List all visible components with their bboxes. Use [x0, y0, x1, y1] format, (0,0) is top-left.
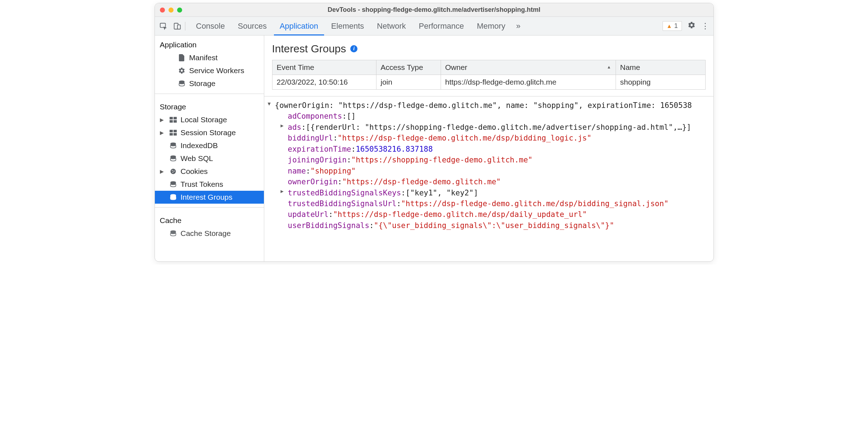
sidebar-item-cookies[interactable]: ▶ Cookies [155, 165, 264, 178]
json-value: "https://dsp-fledge-demo.glitch.me/dsp/b… [338, 133, 592, 143]
sidebar-item-cache-storage[interactable]: Cache Storage [155, 227, 264, 240]
col-owner[interactable]: Owner ▲ [441, 60, 616, 75]
zoom-window-button[interactable] [177, 8, 182, 13]
database-icon [169, 142, 177, 150]
panel-heading: Interest Groups [272, 43, 346, 55]
expand-icon [281, 133, 288, 143]
sidebar-item-label: Cache Storage [181, 229, 231, 238]
json-property[interactable]: joiningOrigin: "https://shopping-fledge-… [268, 155, 712, 165]
device-toolbar-icon[interactable] [173, 22, 181, 30]
tab-elements[interactable]: Elements [326, 17, 370, 35]
col-name[interactable]: Name [616, 60, 705, 75]
sidebar-item-label: Trust Tokens [181, 180, 223, 189]
svg-rect-11 [174, 133, 177, 136]
svg-rect-0 [160, 23, 165, 27]
svg-point-17 [172, 172, 173, 173]
tab-network[interactable]: Network [371, 17, 412, 35]
expand-icon [281, 144, 288, 155]
close-window-button[interactable] [160, 8, 165, 13]
json-value: "shopping" [310, 166, 356, 176]
json-property[interactable]: userBiddingSignals: "{\"user_bidding_sig… [268, 220, 712, 231]
sidebar-item-service-workers[interactable]: Service Workers [155, 64, 264, 77]
tabs-overflow-button[interactable]: » [512, 22, 524, 31]
json-property[interactable]: adComponents: [] [268, 111, 712, 122]
json-value: ["key1", "key2"] [405, 188, 478, 198]
json-property[interactable]: name: "shopping" [268, 166, 712, 176]
expand-icon [281, 155, 288, 165]
json-key: name [288, 166, 306, 176]
gear-icon [178, 67, 186, 75]
expand-icon[interactable]: ▶ [281, 122, 288, 133]
tab-sources[interactable]: Sources [232, 17, 272, 35]
minimize-window-button[interactable] [169, 8, 174, 13]
expand-icon [281, 176, 288, 187]
sidebar-item-manifest[interactable]: Manifest [155, 51, 264, 64]
expand-icon[interactable]: ▶ [281, 188, 288, 198]
warnings-badge[interactable]: ▲ 1 [663, 21, 682, 31]
expand-icon: ▶ [160, 117, 166, 123]
sidebar-item-label: Interest Groups [181, 193, 233, 202]
json-property[interactable]: biddingUrl: "https://dsp-fledge-demo.gli… [268, 133, 712, 143]
expand-icon [281, 111, 288, 122]
sidebar-item-storage[interactable]: Storage [155, 77, 264, 90]
sidebar-item-label: Storage [189, 79, 216, 88]
json-property[interactable]: expirationTime: 1650538216.837188 [268, 144, 712, 155]
sidebar-item-session-storage[interactable]: ▶ Session Storage [155, 126, 264, 139]
devtools-tabstrip: Console Sources Application Elements Net… [155, 17, 713, 35]
cell-event-time: 22/03/2022, 10:50:16 [272, 75, 376, 90]
sidebar-section-storage: Storage [155, 98, 264, 113]
json-key: joiningOrigin [288, 155, 347, 165]
json-value: [{renderUrl: "https://shopping-fledge-de… [306, 122, 691, 133]
window-controls [160, 8, 182, 13]
database-icon [169, 193, 177, 201]
table-row[interactable]: 22/03/2022, 10:50:16 join https://dsp-fl… [272, 75, 705, 90]
table-icon [169, 129, 177, 137]
tab-console[interactable]: Console [190, 17, 231, 35]
json-property[interactable]: trustedBiddingSignalsUrl: "https://dsp-f… [268, 198, 712, 209]
sidebar-item-local-storage[interactable]: ▶ Local Storage [155, 113, 264, 126]
database-icon [178, 80, 186, 87]
col-event-time[interactable]: Event Time [272, 60, 376, 75]
json-key: expirationTime [288, 144, 351, 155]
json-key: updateUrl [288, 209, 329, 220]
json-value: "https://shopping-fledge-demo.glitch.me" [351, 155, 533, 165]
collapse-icon[interactable]: ▼ [268, 100, 275, 111]
json-value: "{\"user_bidding_signals\":\"user_biddin… [374, 220, 614, 231]
window-title: DevTools - shopping-fledge-demo.glitch.m… [155, 6, 713, 14]
panel-body: Application Manifest Service Workers Sto… [155, 35, 713, 261]
svg-point-14 [170, 169, 176, 174]
inspect-element-icon[interactable] [159, 22, 168, 30]
sidebar-item-trust-tokens[interactable]: Trust Tokens [155, 178, 264, 191]
svg-rect-8 [170, 130, 173, 132]
json-header: {ownerOrigin: "https://dsp-fledge-demo.g… [275, 100, 692, 111]
json-property[interactable]: updateUrl: "https://dsp-fledge-demo.glit… [268, 209, 712, 220]
sidebar-item-label: Manifest [189, 53, 218, 62]
database-icon [169, 155, 177, 162]
sidebar-item-label: IndexedDB [181, 141, 218, 150]
expand-icon: ▶ [160, 169, 166, 174]
sidebar-item-interest-groups[interactable]: Interest Groups [155, 191, 264, 204]
json-property[interactable]: ▶ads: [{renderUrl: "https://shopping-fle… [268, 122, 712, 133]
cell-name: shopping [616, 75, 705, 90]
application-sidebar: Application Manifest Service Workers Sto… [155, 35, 264, 261]
svg-rect-6 [170, 120, 173, 123]
tab-performance[interactable]: Performance [413, 17, 470, 35]
json-property[interactable]: ownerOrigin: "https://dsp-fledge-demo.gl… [268, 176, 712, 187]
settings-button[interactable] [688, 21, 696, 31]
sidebar-item-indexeddb[interactable]: IndexedDB [155, 139, 264, 152]
warning-icon: ▲ [667, 23, 672, 29]
json-root[interactable]: ▼ {ownerOrigin: "https://dsp-fledge-demo… [268, 100, 712, 111]
col-access-type[interactable]: Access Type [376, 60, 441, 75]
tab-application[interactable]: Application [274, 17, 324, 35]
interest-groups-table: Event Time Access Type Owner ▲ Name 22/0… [272, 60, 706, 90]
title-bar: DevTools - shopping-fledge-demo.glitch.m… [155, 3, 713, 17]
json-property[interactable]: ▶trustedBiddingSignalsKeys: ["key1", "ke… [268, 188, 712, 198]
svg-rect-7 [174, 120, 177, 123]
more-options-button[interactable]: ⋮ [701, 22, 709, 31]
sidebar-item-websql[interactable]: Web SQL [155, 152, 264, 165]
details-json-viewer[interactable]: ▼ {ownerOrigin: "https://dsp-fledge-demo… [264, 96, 713, 261]
tab-memory[interactable]: Memory [471, 17, 511, 35]
panel-heading-row: Interest Groups i [264, 35, 713, 60]
info-icon[interactable]: i [350, 45, 357, 52]
warnings-count: 1 [674, 22, 678, 30]
